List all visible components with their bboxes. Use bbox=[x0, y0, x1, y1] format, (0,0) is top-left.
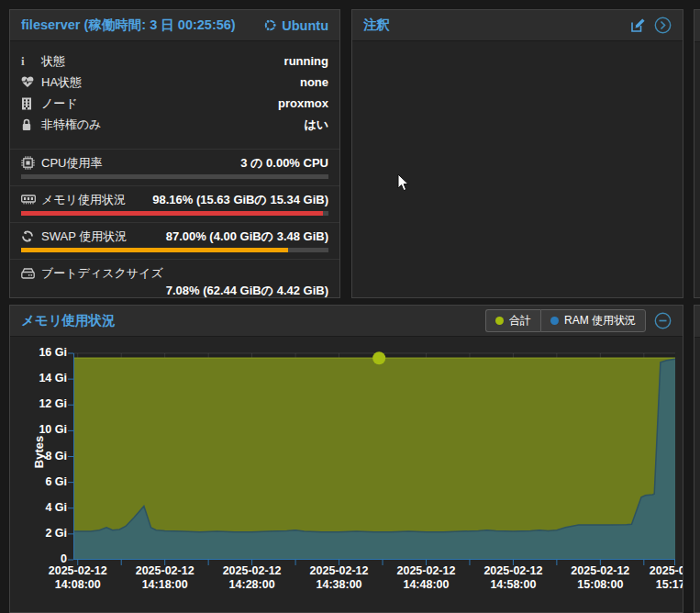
y-axis-tick-label: 12 Gi bbox=[10, 397, 67, 410]
building-icon bbox=[21, 97, 32, 110]
status-row-label: 非特権のみ bbox=[41, 117, 304, 133]
usage-row-value: 98.16% (15.63 GiBの 15.34 GiB) bbox=[152, 192, 328, 208]
swap-refresh-icon bbox=[21, 230, 34, 242]
os-info-label: Ubuntu bbox=[282, 18, 328, 33]
usage-progress-track bbox=[21, 211, 328, 216]
chevron-right-circle-icon bbox=[654, 17, 672, 34]
status-row-value: proxmox bbox=[278, 96, 328, 110]
status-row-label: 状態 bbox=[41, 53, 284, 70]
minus-circle-icon bbox=[654, 312, 672, 329]
heartbeat-icon bbox=[21, 76, 34, 88]
y-axis-tick-label: 0 bbox=[10, 552, 67, 565]
status-row-label: ノード bbox=[41, 95, 278, 112]
y-axis-tick-label: 8 Gi bbox=[10, 450, 67, 463]
status-panel: fileserver (稼働時間: 3 日 00:25:56) Ubuntu i… bbox=[9, 9, 340, 298]
usage-row-value: 3 の 0.00% CPU bbox=[240, 155, 328, 172]
ubuntu-logo-icon bbox=[263, 18, 277, 32]
status-row: HA状態 none bbox=[10, 72, 339, 93]
edit-notes-button[interactable] bbox=[630, 17, 646, 33]
x-axis-tick-label: 2025-02-12 14:38:00 bbox=[299, 564, 380, 592]
usage-row-label: メモリ使用状況 bbox=[41, 192, 126, 208]
notes-panel-body bbox=[352, 41, 683, 298]
x-axis-tick-label: 2025-02-12 14:08:00 bbox=[38, 564, 118, 592]
usage-row-value: 7.08% (62.44 GiBの 4.42 GiB) bbox=[21, 282, 328, 298]
x-axis-tick-label: 2025-02-12 14:58:00 bbox=[472, 564, 553, 592]
chart-body: Bytes 02 Gi4 Gi6 Gi8 Gi10 Gi12 Gi14 Gi16… bbox=[10, 337, 683, 612]
y-axis-tick-label: 2 Gi bbox=[10, 527, 67, 540]
status-panel-title: fileserver (稼働時間: 3 日 00:25:56) bbox=[21, 17, 236, 34]
status-row: ノード proxmox bbox=[10, 93, 339, 114]
legend-label: 合計 bbox=[509, 313, 531, 329]
lock-icon bbox=[21, 118, 32, 131]
usage-progress-fill bbox=[21, 211, 323, 216]
legend-toggle-total[interactable]: 合計 bbox=[485, 309, 540, 332]
hdd-icon bbox=[21, 268, 35, 279]
status-row-value: none bbox=[300, 75, 328, 89]
clipped-panel-sliver-bottom bbox=[694, 305, 700, 613]
legend-dot bbox=[550, 317, 559, 325]
notes-panel-header: 注釈 bbox=[352, 10, 683, 41]
x-axis-tick-label: 2025-02-12 15:08:00 bbox=[560, 564, 640, 592]
usage-row: SWAP 使用状況 87.00% (4.00 GiBの 3.48 GiB) bbox=[10, 223, 339, 260]
clipped-panel-sliver-top bbox=[694, 9, 700, 298]
usage-row-label: SWAP 使用状況 bbox=[41, 228, 127, 245]
usage-progress-track bbox=[21, 248, 328, 252]
usage-row-value: 87.00% (4.00 GiBの 3.48 GiB) bbox=[166, 228, 328, 245]
info-icon: i bbox=[21, 54, 41, 69]
status-row-label: HA状態 bbox=[41, 74, 300, 91]
cpu-icon bbox=[21, 156, 35, 170]
y-axis-tick-label: 10 Gi bbox=[10, 423, 67, 436]
x-axis-tick-label: 2025-02-12 14:18:00 bbox=[125, 564, 206, 592]
usage-row: メモリ使用状況 98.16% (15.63 GiBの 15.34 GiB) bbox=[10, 186, 339, 223]
collapse-chart-button[interactable] bbox=[654, 312, 672, 329]
usage-progress-track bbox=[21, 174, 328, 179]
chart-plot-area[interactable] bbox=[73, 353, 675, 560]
y-axis-tick-label: 14 Gi bbox=[10, 372, 67, 385]
status-row: i 状態 running bbox=[10, 50, 339, 72]
usage-row: ブートディスクサイズ 7.08% (62.44 GiBの 4.42 GiB) bbox=[10, 260, 339, 298]
status-row: 非特権のみ はい bbox=[10, 114, 339, 135]
usage-row: CPU使用率 3 の 0.00% CPU bbox=[10, 149, 339, 186]
collapse-notes-button[interactable] bbox=[654, 17, 672, 34]
notes-panel-title: 注釈 bbox=[363, 17, 390, 34]
chart-panel-title: メモリ使用状況 bbox=[21, 312, 116, 329]
y-axis-tick-label: 16 Gi bbox=[10, 346, 67, 359]
chart-panel-header: メモリ使用状況 合計 RAM 使用状況 bbox=[10, 306, 683, 337]
usage-row-label: CPU使用率 bbox=[41, 155, 102, 172]
status-panel-header: fileserver (稼働時間: 3 日 00:25:56) Ubuntu bbox=[10, 10, 339, 41]
memory-icon bbox=[21, 195, 36, 205]
status-row-value: はい bbox=[304, 117, 328, 133]
usage-progress-fill bbox=[21, 248, 288, 252]
legend-label: RAM 使用状況 bbox=[564, 313, 636, 329]
legend-dot bbox=[495, 317, 504, 325]
legend-toggle-ram[interactable]: RAM 使用状況 bbox=[540, 309, 646, 332]
notes-panel: 注釈 bbox=[351, 9, 683, 298]
memory-usage-chart-panel: メモリ使用状況 合計 RAM 使用状況 Bytes 02 Gi4 Gi6 Gi8… bbox=[9, 305, 683, 613]
edit-pencil-icon bbox=[630, 17, 646, 33]
status-row-value: running bbox=[284, 54, 328, 68]
x-axis-tick-label: 2025-02-12 15:17:00 bbox=[639, 564, 683, 592]
x-axis-tick-label: 2025-02-12 14:48:00 bbox=[385, 564, 466, 592]
x-axis-tick-label: 2025-02-12 14:28:00 bbox=[212, 564, 293, 592]
y-axis-tick-label: 4 Gi bbox=[10, 501, 67, 514]
os-info-link[interactable]: Ubuntu bbox=[263, 18, 328, 33]
usage-row-label: ブートディスクサイズ bbox=[41, 265, 163, 282]
y-axis-tick-label: 6 Gi bbox=[10, 475, 67, 488]
